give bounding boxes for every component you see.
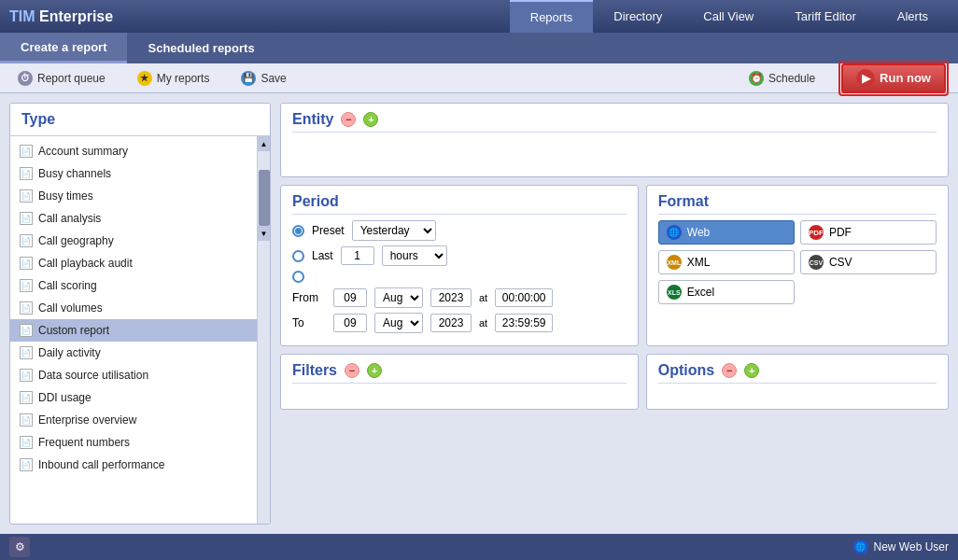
type-item[interactable]: 📄Busy times (10, 185, 257, 207)
star-icon: ★ (137, 71, 152, 86)
last-unit-select[interactable]: hours days weeks months (382, 245, 447, 266)
type-item[interactable]: 📄Daily activity (10, 342, 257, 364)
type-item-icon: 📄 (20, 391, 33, 404)
excel-icon: XLS (667, 285, 682, 300)
type-item[interactable]: 📄Data source utilisation (10, 364, 257, 386)
sub-navigation: Create a report Scheduled reports (0, 33, 958, 63)
toolbar: ⏱ Report queue ★ My reports 💾 Save ⏰ Sch… (0, 63, 958, 93)
type-list: 📄Account summary📄Busy channels📄Busy time… (10, 136, 257, 524)
report-queue-icon: ⏱ (18, 71, 33, 86)
entity-header: Entity − + (292, 111, 937, 133)
period-from-detail-row: From AugJanFebMar at (292, 287, 627, 308)
nav-tab-tariff[interactable]: Tariff Editor (774, 0, 877, 33)
format-pdf-button[interactable]: PDF PDF (800, 220, 937, 245)
type-item[interactable]: 📄Enterprise overview (10, 409, 257, 431)
type-item-icon: 📄 (20, 234, 33, 247)
type-item[interactable]: 📄Frequent numbers (10, 431, 257, 454)
type-item-icon: 📄 (20, 167, 33, 180)
type-item[interactable]: 📄Call playback audit (10, 252, 257, 274)
scrollbar-down-button[interactable]: ▼ (258, 226, 271, 241)
to-month-select[interactable]: AugJanFebMar (374, 313, 423, 333)
top-navigation: TIM Enterprise Reports Directory Call Vi… (0, 0, 958, 33)
options-header: Options − + (658, 362, 937, 384)
options-add-button[interactable]: + (744, 363, 759, 378)
format-excel-button[interactable]: XLS Excel (658, 280, 795, 304)
csv-icon: CSV (809, 255, 824, 270)
save-icon: 💾 (241, 71, 256, 86)
filters-add-button[interactable]: + (367, 363, 382, 378)
options-section: Options − + (646, 354, 949, 410)
nav-tab-alerts[interactable]: Alerts (877, 0, 949, 33)
from-time-input[interactable] (495, 288, 553, 307)
right-panel: Entity − + Period Preset Yesterday Today (280, 103, 949, 525)
type-item[interactable]: 📄Call volumes (10, 297, 257, 319)
run-now-button[interactable]: ▶ Run now (841, 63, 946, 93)
type-item-icon: 📄 (20, 145, 33, 158)
from-day-input[interactable] (333, 288, 367, 307)
sub-tab-scheduled-reports[interactable]: Scheduled reports (127, 33, 275, 63)
format-csv-button[interactable]: CSV CSV (800, 250, 937, 274)
from-year-input[interactable] (430, 288, 472, 307)
filters-section: Filters − + (280, 354, 639, 410)
entity-remove-button[interactable]: − (341, 112, 356, 127)
world-icon: 🌐 (853, 539, 868, 554)
entity-add-button[interactable]: + (363, 112, 378, 127)
save-button[interactable]: 💾 Save (232, 67, 294, 90)
nav-tabs: Reports Directory Call View Tariff Edito… (510, 0, 949, 33)
nav-tab-directory[interactable]: Directory (593, 0, 683, 33)
format-section: Format 🌐 Web PDF PDF XML XML (646, 185, 949, 346)
to-day-input[interactable] (333, 314, 367, 332)
type-item-icon: 📄 (20, 369, 33, 382)
sub-tab-create-report[interactable]: Create a report (0, 33, 127, 63)
type-item-icon: 📄 (20, 324, 33, 337)
type-item[interactable]: 📄Custom report (10, 319, 257, 342)
type-item-icon: 📄 (20, 257, 33, 270)
from-radio[interactable] (292, 271, 304, 283)
format-xml-button[interactable]: XML XML (658, 250, 795, 274)
type-item[interactable]: 📄Busy channels (10, 162, 257, 185)
nav-tab-callview[interactable]: Call View (683, 0, 774, 33)
settings-button[interactable]: ⚙ (9, 537, 30, 557)
app-logo: TIM Enterprise (9, 8, 113, 25)
type-item-icon: 📄 (20, 189, 33, 203)
my-reports-button[interactable]: ★ My reports (129, 67, 218, 90)
type-item[interactable]: 📄Call scoring (10, 274, 257, 297)
main-content: Type 📄Account summary📄Busy channels📄Busy… (0, 93, 958, 534)
type-item[interactable]: 📄Call analysis (10, 207, 257, 230)
type-item-icon: 📄 (20, 436, 33, 449)
format-web-button[interactable]: 🌐 Web (658, 220, 795, 245)
options-remove-button[interactable]: − (722, 363, 737, 378)
to-year-input[interactable] (430, 314, 472, 332)
type-item[interactable]: 📄Call geography (10, 230, 257, 252)
type-list-container: 📄Account summary📄Busy channels📄Busy time… (10, 136, 270, 524)
period-header: Period (292, 193, 627, 215)
gear-icon: ⚙ (15, 540, 25, 553)
user-info: 🌐 New Web User (853, 539, 949, 554)
format-header: Format (658, 193, 937, 215)
to-time-input[interactable] (495, 314, 553, 332)
type-item[interactable]: 📄Account summary (10, 140, 257, 162)
from-month-select[interactable]: AugJanFebMar (374, 287, 423, 308)
period-to-detail-row: To AugJanFebMar at (292, 313, 627, 333)
period-from-row (292, 271, 627, 283)
report-queue-button[interactable]: ⏱ Report queue (9, 67, 114, 90)
preset-radio[interactable] (292, 225, 304, 237)
run-now-wrapper: ▶ Run now (838, 61, 949, 96)
scrollbar-up-button[interactable]: ▲ (258, 136, 271, 151)
schedule-icon: ⏰ (749, 71, 764, 86)
schedule-button[interactable]: ⏰ Schedule (740, 67, 824, 90)
type-item-icon: 📄 (20, 301, 33, 315)
last-radio[interactable] (292, 250, 304, 262)
last-value-input[interactable] (341, 246, 374, 265)
filters-remove-button[interactable]: − (345, 363, 359, 378)
pdf-icon: PDF (809, 225, 824, 240)
type-item-icon: 📄 (20, 212, 33, 225)
scrollbar-thumb[interactable] (259, 170, 270, 226)
type-panel: Type 📄Account summary📄Busy channels📄Busy… (9, 103, 271, 525)
nav-tab-reports[interactable]: Reports (510, 0, 594, 33)
entity-section: Entity − + (280, 103, 949, 177)
preset-select[interactable]: Yesterday Today This week Last week This… (352, 220, 436, 241)
type-item[interactable]: 📄Inbound call performance (10, 454, 257, 476)
type-item[interactable]: 📄DDI usage (10, 386, 257, 409)
type-list-scrollbar[interactable]: ▲ ▼ (257, 136, 270, 524)
